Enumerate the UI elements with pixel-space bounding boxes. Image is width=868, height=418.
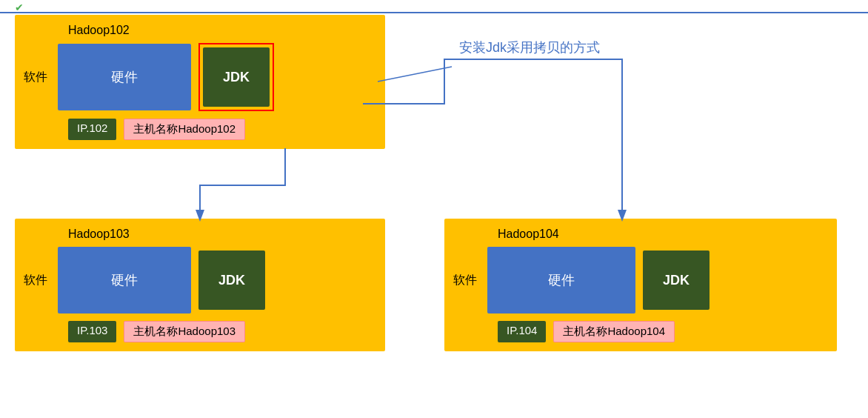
hadoop102-title: Hadoop102 <box>68 24 376 37</box>
hadoop102-node: Hadoop102 软件 硬件 JDK IP.102 主机名称Hadoop102 <box>15 15 385 149</box>
hadoop104-hardware-box: 硬件 <box>487 247 635 314</box>
hadoop103-hostname: 主机名称Hadoop103 <box>124 321 245 342</box>
arrow-102-to-104 <box>363 59 622 219</box>
hadoop103-hardware-box: 硬件 <box>58 247 191 314</box>
annotation-line <box>378 67 452 82</box>
annotation-label: 安装Jdk采用拷贝的方式 <box>459 39 600 56</box>
hadoop104-node: Hadoop104 软件 硬件 JDK IP.104 主机名称Hadoop104 <box>444 219 837 351</box>
hadoop103-software-label: 软件 <box>24 273 47 288</box>
hadoop104-title: Hadoop104 <box>498 228 828 241</box>
hadoop103-node: Hadoop103 软件 硬件 JDK IP.103 主机名称Hadoop103 <box>15 219 385 351</box>
hadoop104-software-label: 软件 <box>453 273 477 288</box>
hadoop102-jdk-box: JDK <box>203 47 270 107</box>
hadoop102-ip: IP.102 <box>68 119 116 140</box>
top-bar: ✔ <box>0 0 868 13</box>
hadoop102-jdk-wrapper: JDK <box>198 43 274 111</box>
hadoop103-ip: IP.103 <box>68 321 116 342</box>
hadoop102-software-label: 软件 <box>24 70 47 85</box>
hadoop104-hostname: 主机名称Hadoop104 <box>553 321 675 342</box>
hadoop102-hostname: 主机名称Hadoop102 <box>124 119 245 140</box>
arrow-102-to-103 <box>200 148 285 219</box>
hadoop104-jdk-box: JDK <box>643 251 710 310</box>
hadoop103-title: Hadoop103 <box>68 228 376 241</box>
hadoop102-hardware-box: 硬件 <box>58 44 191 110</box>
hadoop103-jdk-box: JDK <box>198 251 265 310</box>
hadoop104-ip: IP.104 <box>498 321 546 342</box>
check-icon: ✔ <box>15 1 24 13</box>
